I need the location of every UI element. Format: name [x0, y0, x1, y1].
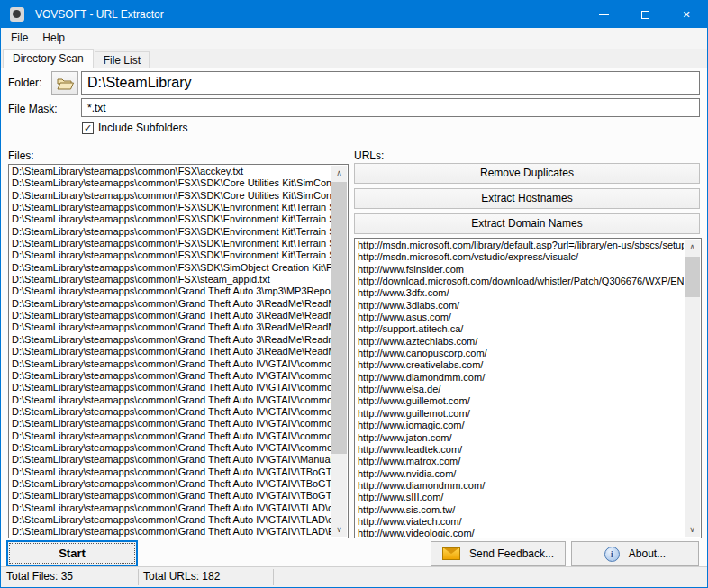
file-row[interactable]: D:\SteamLibrary\steamapps\common\Grand T…: [12, 334, 331, 346]
file-row[interactable]: D:\SteamLibrary\steamapps\common\Grand T…: [12, 442, 331, 454]
app-icon: [10, 7, 24, 22]
url-row[interactable]: http://www.leadtek.com/: [358, 444, 684, 456]
tab-bar: Directory ScanFile List: [3, 49, 150, 68]
url-row[interactable]: http://support.atitech.ca/: [358, 323, 684, 335]
tab-file-list[interactable]: File List: [95, 51, 150, 68]
folder-input[interactable]: D:\SteamLibrary: [81, 71, 700, 95]
files-listbox[interactable]: D:\SteamLibrary\steamapps\common\FSX\acc…: [8, 164, 349, 538]
file-row[interactable]: D:\SteamLibrary\steamapps\common\Grand T…: [12, 358, 331, 370]
file-row[interactable]: D:\SteamLibrary\steamapps\common\FSX\SDK…: [12, 262, 331, 274]
extract-domain-names-button[interactable]: Extract Domain Names: [354, 213, 700, 234]
file-row[interactable]: D:\SteamLibrary\steamapps\common\Grand T…: [12, 514, 331, 526]
menu-item-help[interactable]: Help: [35, 28, 72, 49]
file-row[interactable]: D:\SteamLibrary\steamapps\common\FSX\SDK…: [12, 190, 331, 202]
file-row[interactable]: D:\SteamLibrary\steamapps\common\Grand T…: [12, 370, 331, 382]
browse-folder-button[interactable]: [51, 71, 78, 95]
url-row[interactable]: http://www.creativelabs.com/: [358, 359, 684, 371]
url-row[interactable]: http://www.fsinsider.com: [358, 264, 684, 276]
file-row[interactable]: D:\SteamLibrary\steamapps\common\Grand T…: [12, 502, 331, 514]
minimize-icon: [599, 14, 609, 15]
include-subfolders-label: Include Subfolders: [98, 122, 187, 134]
urls-list: http://msdn.microsoft.com/library/defaul…: [358, 240, 684, 537]
file-row[interactable]: D:\SteamLibrary\steamapps\common\FSX\acc…: [12, 166, 331, 177]
minimize-button[interactable]: [583, 1, 624, 28]
url-row[interactable]: http://www.guillemot.com/: [358, 408, 684, 420]
url-row[interactable]: http://www.viatech.com/: [358, 516, 684, 528]
scroll-up-icon[interactable]: ∧: [331, 166, 347, 180]
file-row[interactable]: D:\SteamLibrary\steamapps\common\FSX\SDK…: [12, 238, 331, 249]
file-row[interactable]: D:\SteamLibrary\steamapps\common\Grand T…: [12, 490, 331, 502]
checkmark-icon: ✓: [84, 123, 92, 133]
titlebar[interactable]: VOVSOFT - URL Extractor ✕: [1, 1, 707, 28]
url-row[interactable]: http://www.3dfx.com/: [358, 287, 684, 299]
tab-directory-scan[interactable]: Directory Scan: [3, 49, 94, 68]
url-row[interactable]: http://www.videologic.com/: [358, 528, 684, 537]
file-row[interactable]: D:\SteamLibrary\steamapps\common\Grand T…: [12, 346, 331, 357]
file-row[interactable]: D:\SteamLibrary\steamapps\common\FSX\SDK…: [12, 213, 331, 225]
file-row[interactable]: D:\SteamLibrary\steamapps\common\Grand T…: [12, 394, 331, 406]
url-row[interactable]: http://download.microsoft.com/download/w…: [358, 276, 684, 287]
remove-duplicates-button[interactable]: Remove Duplicates: [354, 163, 700, 184]
url-row[interactable]: http://www.diamondmm.com/: [358, 372, 684, 384]
url-row[interactable]: http://www.aztechlabs.com/: [358, 336, 684, 348]
urls-scrollbar[interactable]: ∧ ∨: [685, 240, 700, 537]
file-row[interactable]: D:\SteamLibrary\steamapps\common\Grand T…: [12, 285, 331, 297]
file-mask-input[interactable]: *.txt: [81, 98, 700, 117]
envelope-icon: [442, 547, 460, 560]
url-row[interactable]: http://www.asus.com/: [358, 312, 684, 323]
url-row[interactable]: http://www.guillemot.com/: [358, 395, 684, 407]
url-row[interactable]: http://www.matrox.com/: [358, 456, 684, 467]
start-button[interactable]: Start: [6, 540, 138, 566]
about-button[interactable]: i About...: [571, 541, 699, 566]
url-row[interactable]: http://www.iomagic.com/: [358, 420, 684, 431]
file-row[interactable]: D:\SteamLibrary\steamapps\common\Grand T…: [12, 418, 331, 430]
files-scroll-thumb[interactable]: [331, 182, 347, 454]
file-row[interactable]: D:\SteamLibrary\steamapps\common\Grand T…: [12, 382, 331, 394]
scroll-down-icon[interactable]: ∨: [685, 522, 700, 537]
file-row[interactable]: D:\SteamLibrary\steamapps\common\FSX\SDK…: [12, 202, 331, 213]
url-row[interactable]: http://www.jaton.com/: [358, 432, 684, 444]
file-row[interactable]: D:\SteamLibrary\steamapps\common\Grand T…: [12, 406, 331, 418]
file-row[interactable]: D:\SteamLibrary\steamapps\common\Grand T…: [12, 466, 331, 478]
url-row[interactable]: http://msdn.microsoft.com/vstudio/expres…: [358, 251, 684, 263]
urls-label: URLs:: [354, 149, 384, 162]
window-controls: ✕: [583, 1, 707, 28]
file-row[interactable]: D:\SteamLibrary\steamapps\common\FSX\SDK…: [12, 249, 331, 261]
include-subfolders-checkbox[interactable]: ✓: [82, 122, 94, 134]
window-title: VOVSOFT - URL Extractor: [35, 8, 164, 21]
url-row[interactable]: http://www.nvidia.com/: [358, 468, 684, 480]
file-row[interactable]: D:\SteamLibrary\steamapps\common\Grand T…: [12, 478, 331, 490]
url-row[interactable]: http://www.elsa.de/: [358, 384, 684, 395]
file-row[interactable]: D:\SteamLibrary\steamapps\common\Grand T…: [12, 430, 331, 442]
maximize-button[interactable]: [624, 1, 666, 28]
menu-item-file[interactable]: File: [4, 28, 35, 49]
close-button[interactable]: ✕: [666, 1, 707, 28]
extract-hostnames-button[interactable]: Extract Hostnames: [354, 188, 700, 209]
url-row[interactable]: http://www.sis.com.tw/: [358, 504, 684, 516]
app-window: VOVSOFT - URL Extractor ✕ FileHelp Direc…: [0, 0, 708, 588]
files-label: Files:: [8, 149, 34, 162]
file-row[interactable]: D:\SteamLibrary\steamapps\common\FSX\SDK…: [12, 177, 331, 189]
file-row[interactable]: D:\SteamLibrary\steamapps\common\FSX\ste…: [12, 274, 331, 285]
url-row[interactable]: http://www.canopuscorp.com/: [358, 348, 684, 359]
send-feedback-label: Send Feedback...: [469, 547, 554, 560]
status-bar: Total Files: 35 Total URLs: 182: [1, 566, 707, 587]
urls-scroll-thumb[interactable]: [685, 257, 700, 297]
status-empty-panel: [273, 567, 707, 587]
scroll-up-icon[interactable]: ∧: [685, 240, 700, 254]
urls-listbox[interactable]: http://msdn.microsoft.com/library/defaul…: [354, 238, 702, 538]
send-feedback-button[interactable]: Send Feedback...: [431, 541, 566, 566]
file-row[interactable]: D:\SteamLibrary\steamapps\common\Grand T…: [12, 321, 331, 333]
file-row[interactable]: D:\SteamLibrary\steamapps\common\Grand T…: [12, 454, 331, 466]
file-row[interactable]: D:\SteamLibrary\steamapps\common\Grand T…: [12, 298, 331, 310]
file-row[interactable]: D:\SteamLibrary\steamapps\common\Grand T…: [12, 526, 331, 537]
total-urls-status: Total URLs: 182: [138, 567, 273, 587]
url-row[interactable]: http://www.3dlabs.com/: [358, 300, 684, 312]
file-row[interactable]: D:\SteamLibrary\steamapps\common\FSX\SDK…: [12, 226, 331, 238]
url-row[interactable]: http://www.sIII.com/: [358, 492, 684, 503]
url-row[interactable]: http://www.diamondmm.com/: [358, 480, 684, 492]
files-scrollbar[interactable]: ∧ ∨: [331, 166, 347, 537]
file-row[interactable]: D:\SteamLibrary\steamapps\common\Grand T…: [12, 310, 331, 321]
url-row[interactable]: http://msdn.microsoft.com/library/defaul…: [358, 240, 684, 251]
scroll-down-icon[interactable]: ∨: [331, 522, 347, 537]
